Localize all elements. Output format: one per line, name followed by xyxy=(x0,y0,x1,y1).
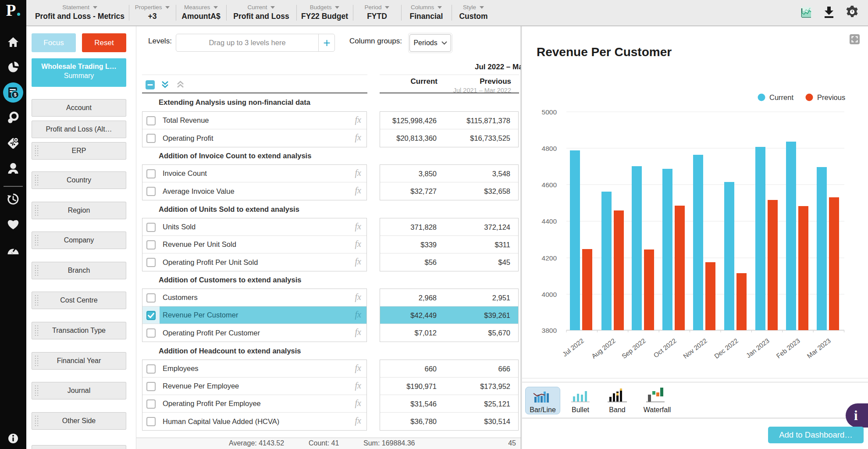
svg-text:Previous: Previous xyxy=(817,93,845,101)
svg-text:4800: 4800 xyxy=(542,145,557,152)
svg-text:4600: 4600 xyxy=(542,181,557,189)
svg-text:Jan 2023: Jan 2023 xyxy=(745,337,771,359)
svg-text:Current: Current xyxy=(769,93,793,101)
svg-text:Mar 2023: Mar 2023 xyxy=(805,337,832,360)
svg-text:Jul 2022: Jul 2022 xyxy=(561,337,585,358)
svg-text:5000: 5000 xyxy=(542,108,557,116)
svg-text:Feb 2023: Feb 2023 xyxy=(775,337,801,360)
svg-text:$: $ xyxy=(14,92,16,97)
svg-text:Aug 2022: Aug 2022 xyxy=(590,337,617,360)
svg-text:4000: 4000 xyxy=(542,291,557,298)
svg-text:Dec 2022: Dec 2022 xyxy=(713,337,740,360)
svg-text:Sep 2022: Sep 2022 xyxy=(620,337,647,360)
svg-text:Oct 2022: Oct 2022 xyxy=(652,337,677,359)
svg-text:4200: 4200 xyxy=(542,254,557,262)
svg-text:4400: 4400 xyxy=(542,217,557,225)
svg-text:3800: 3800 xyxy=(542,327,557,334)
svg-text:Nov 2022: Nov 2022 xyxy=(682,337,708,360)
